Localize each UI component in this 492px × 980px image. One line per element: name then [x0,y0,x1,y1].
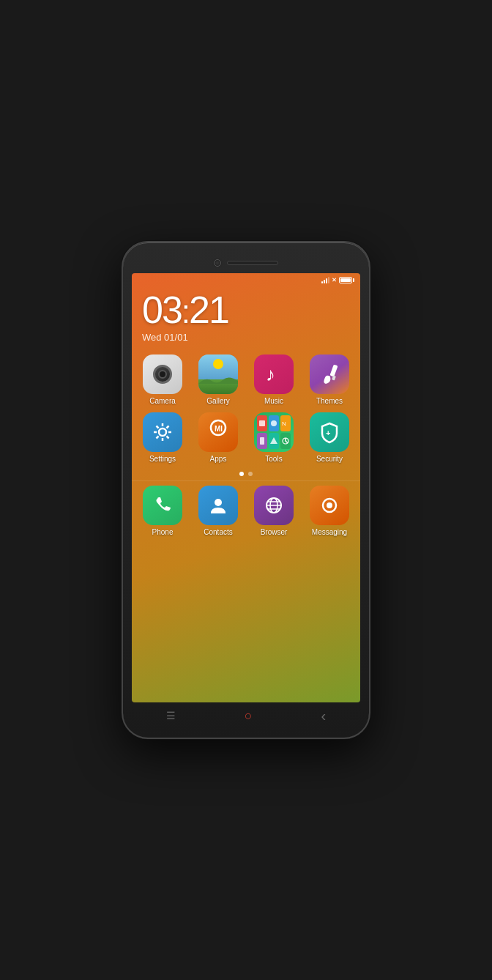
clock-area: 03:21 Wed 01/01 [132,285,360,346]
svg-text:N: N [282,420,286,427]
browser-icon [254,486,294,525]
app-phone[interactable]: Phone [138,486,187,536]
app-grid-row2: Settings MI Apps [132,409,360,467]
back-button[interactable]: ‹ [321,708,326,724]
time-minutes: 21 [189,289,228,331]
paintbrush-icon [318,363,340,385]
time-colon: : [182,294,189,330]
contacts-label: Contacts [204,528,232,536]
themes-icon [310,354,349,394]
svg-line-8 [157,426,159,428]
home-button[interactable]: ○ [245,708,253,724]
tools-cell-5 [269,433,279,449]
music-icon: ♪ [254,354,294,394]
gear-icon [151,420,174,444]
page-dot-2 [248,472,253,476]
time-display: 03:21 [142,291,350,329]
settings-label: Settings [149,455,176,463]
app-themes[interactable]: Themes [305,354,354,405]
svg-rect-14 [259,420,265,426]
time-hours: 03 [142,289,182,331]
app-grid-row1: Camera Gallery ♪ [132,346,360,409]
tools-cell-6 [280,433,291,449]
gallery-hills-svg [198,375,238,384]
svg-marker-18 [270,437,277,444]
app-camera[interactable]: Camera [138,354,187,405]
date-display: Wed 01/01 [142,332,350,343]
person-icon [207,494,229,516]
browser-label: Browser [261,528,288,536]
svg-text:+: + [326,428,330,437]
app-contacts[interactable]: Contacts [193,486,243,536]
settings-icon [143,412,182,452]
camera-label: Camera [149,397,176,405]
status-icons: ✕ [321,276,354,283]
tools-grid: N [254,412,294,452]
themes-label: Themes [316,397,343,405]
app-settings[interactable]: Settings [138,412,187,463]
security-icon: + [310,412,349,452]
earpiece-speaker [227,261,278,265]
svg-rect-17 [260,437,264,445]
globe-icon [263,494,285,516]
phone-device: ✕ 03:21 Wed 01/01 [122,241,370,739]
app-mi-apps[interactable]: MI Apps [193,412,243,463]
security-label: Security [316,455,343,463]
tools-cell-1 [257,415,267,431]
phone-top-hardware [132,253,360,273]
camera-icon [143,354,182,394]
battery-icon [339,277,354,283]
phone-icon [143,486,182,525]
messaging-label: Messaging [312,528,347,536]
app-gallery[interactable]: Gallery [193,354,243,405]
phone-call-icon [152,494,174,516]
messaging-icon [310,486,349,525]
contacts-icon [198,486,238,525]
tools-cell-2 [269,415,279,431]
status-bar: ✕ [132,273,360,285]
mi-logo-icon: MI [205,419,231,445]
svg-point-3 [159,428,166,436]
menu-button[interactable]: ☰ [166,710,176,721]
apps-icon: MI [198,412,238,452]
svg-point-28 [327,502,332,508]
gallery-label: Gallery [206,397,230,405]
tools-cell-3: N [280,415,291,431]
chat-bubble-icon [318,494,340,516]
apps-label: Apps [210,455,227,463]
svg-line-10 [167,426,169,428]
phone-bottom-hardware: ☰ ○ ‹ [132,704,360,727]
music-label: Music [264,397,283,405]
page-dot-1 [239,472,244,476]
svg-text:♪: ♪ [266,363,275,385]
app-tools[interactable]: N Tools [249,412,299,463]
svg-point-15 [271,420,277,426]
gallery-sun [213,359,223,369]
app-security[interactable]: + Security [305,412,354,463]
app-messaging[interactable]: Messaging [305,486,354,536]
svg-line-11 [157,437,159,439]
tools-cell-4 [257,433,267,449]
phone-label: Phone [152,528,174,536]
signal-icon [321,276,329,283]
phone-screen: ✕ 03:21 Wed 01/01 [132,273,360,702]
shield-icon: + [318,420,341,444]
page-indicator [132,467,360,480]
tools-icon: N [254,412,294,452]
front-camera [214,259,221,267]
app-dock: Phone Contacts [132,480,360,543]
svg-text:MI: MI [215,425,223,433]
tools-label: Tools [265,455,282,463]
no-signal-icon: ✕ [332,277,337,283]
app-browser[interactable]: Browser [249,486,299,536]
app-music[interactable]: ♪ Music [249,354,299,405]
gallery-icon [198,354,238,394]
svg-rect-1 [329,364,338,376]
music-note-icon: ♪ [263,363,285,385]
svg-line-9 [167,437,169,439]
svg-point-21 [215,499,222,506]
